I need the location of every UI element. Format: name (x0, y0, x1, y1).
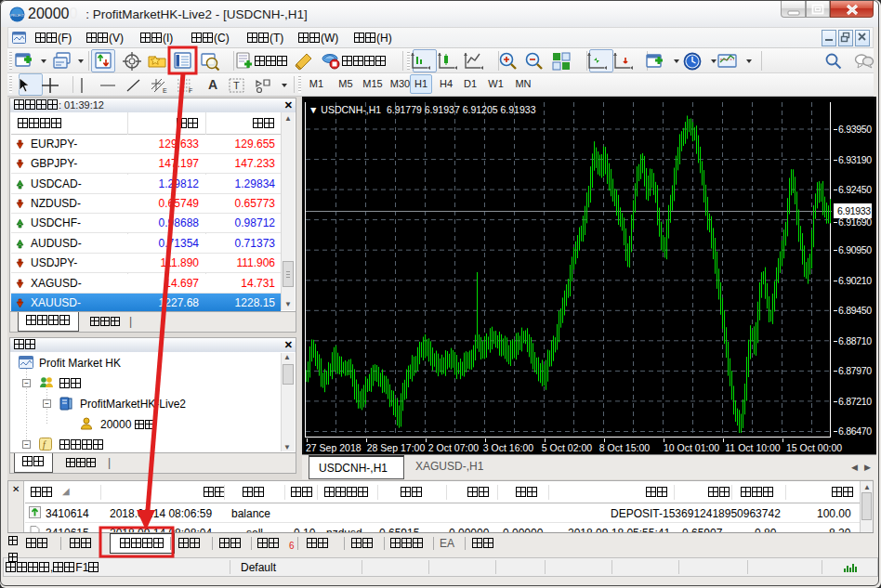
svg-text:PROFIT: PROFIT (10, 13, 24, 18)
svg-text:E: E (163, 87, 167, 94)
svg-text:F: F (189, 87, 192, 94)
svg-text:T: T (233, 80, 240, 91)
